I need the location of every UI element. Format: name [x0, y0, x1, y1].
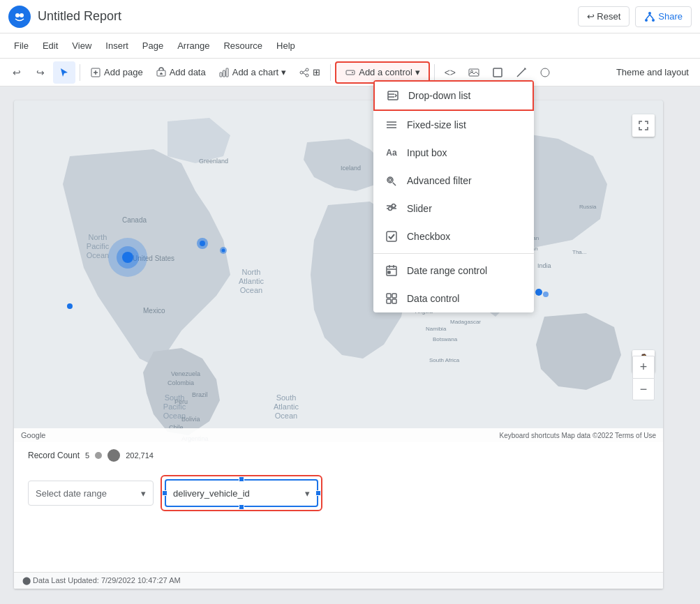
- svg-rect-11: [223, 70, 225, 77]
- svg-text:Atlantic: Atlantic: [239, 277, 265, 285]
- svg-text:Venezuela: Venezuela: [171, 370, 200, 377]
- add-chart-arrow-icon: ▾: [281, 67, 286, 77]
- zoom-out-button[interactable]: −: [632, 378, 655, 400]
- menu-item-slider[interactable]: Slider: [373, 195, 534, 222]
- menu-item-input-box[interactable]: Aa Input box: [373, 139, 534, 167]
- svg-text:Peru: Peru: [174, 398, 188, 405]
- legend-dot-large-icon: [107, 449, 120, 462]
- toolbar: ↩ ↪ Add page Add data Add a chart ▾ ⊞ Ad…: [0, 59, 700, 86]
- dropdown-selected-value: delivery_vehicle_id: [173, 488, 250, 499]
- svg-point-74: [535, 289, 542, 296]
- svg-text:Namibia: Namibia: [426, 326, 447, 332]
- canvas-area: North Pacific Ocean North Atlantic Ocean…: [0, 86, 700, 604]
- svg-rect-94: [388, 271, 390, 273]
- svg-text:India: India: [537, 262, 551, 269]
- menu-item-checkbox[interactable]: Checkbox: [373, 222, 534, 250]
- menu-bar: File Edit View Insert Page Arrange Resou…: [0, 33, 700, 59]
- svg-rect-17: [469, 69, 479, 76]
- toolbar-separator-2: [330, 64, 331, 81]
- svg-text:Brazil: Brazil: [192, 391, 208, 398]
- menu-resource[interactable]: Resource: [218, 38, 268, 54]
- svg-point-88: [392, 204, 396, 208]
- svg-point-84: [389, 179, 392, 181]
- menu-help[interactable]: Help: [271, 38, 301, 54]
- app-logo: [8, 6, 31, 28]
- undo-button[interactable]: ↩: [6, 61, 28, 84]
- add-page-button[interactable]: Add page: [84, 61, 149, 84]
- svg-point-4: [645, 19, 648, 22]
- svg-text:Mexico: Mexico: [143, 307, 165, 315]
- advanced-filter-label: Advanced filter: [407, 175, 472, 186]
- dropdown-control-inner[interactable]: delivery_vehicle_id ▾: [165, 479, 318, 507]
- svg-line-6: [646, 15, 650, 19]
- menu-edit[interactable]: Edit: [37, 38, 64, 54]
- svg-point-2: [20, 13, 24, 17]
- toolbar-separator-3: [434, 64, 435, 81]
- slider-icon: [385, 202, 399, 216]
- theme-layout-button[interactable]: Theme and layout: [611, 67, 694, 77]
- menu-item-dropdown-list[interactable]: Drop-down list: [373, 80, 534, 111]
- svg-rect-89: [387, 232, 396, 241]
- selection-handle-mr: [315, 490, 321, 496]
- checkbox-label: Checkbox: [407, 231, 450, 242]
- fullscreen-icon[interactable]: [632, 114, 655, 137]
- redo-button[interactable]: ↪: [29, 61, 52, 84]
- cursor-button[interactable]: [53, 61, 75, 84]
- menu-file[interactable]: File: [8, 38, 34, 54]
- svg-point-70: [200, 241, 205, 246]
- svg-text:Colombia: Colombia: [167, 379, 194, 386]
- svg-text:Bolivia: Bolivia: [181, 416, 200, 423]
- input-box-label: Input box: [407, 147, 447, 158]
- menu-item-advanced-filter[interactable]: Advanced filter: [373, 167, 534, 195]
- main-canvas: North Pacific Ocean North Atlantic Ocean…: [0, 86, 700, 604]
- menu-item-date-range-control[interactable]: Date range control: [373, 257, 534, 285]
- add-chart-button[interactable]: Add a chart ▾: [213, 61, 292, 84]
- svg-text:Russia: Russia: [579, 204, 597, 210]
- svg-text:Pacific: Pacific: [87, 242, 110, 250]
- menu-view[interactable]: View: [66, 38, 97, 54]
- svg-point-87: [389, 207, 392, 211]
- svg-line-83: [393, 183, 396, 186]
- data-control-icon: [385, 292, 399, 305]
- menu-page[interactable]: Page: [137, 38, 169, 54]
- svg-text:Ocean: Ocean: [87, 251, 109, 259]
- dropdown-list-label: Drop-down list: [408, 90, 470, 101]
- svg-rect-12: [226, 68, 228, 77]
- zoom-in-button[interactable]: +: [632, 356, 655, 378]
- map-fullscreen-button: [632, 114, 655, 137]
- date-range-control-label: Date range control: [407, 265, 487, 276]
- svg-point-82: [387, 177, 393, 183]
- shape-button[interactable]: [534, 61, 556, 84]
- svg-rect-19: [493, 68, 502, 77]
- status-bar: ⬤ Data Last Updated: 7/29/2022 10:47:27 …: [14, 572, 663, 589]
- menu-arrange[interactable]: Arrange: [172, 38, 215, 54]
- svg-rect-16: [346, 70, 355, 75]
- svg-line-7: [650, 15, 653, 19]
- svg-text:Botswana: Botswana: [433, 336, 458, 342]
- world-map-svg: North Pacific Ocean North Atlantic Ocean…: [14, 100, 663, 442]
- fixed-size-list-icon: [385, 118, 399, 132]
- menu-item-fixed-size-list[interactable]: Fixed-size list: [373, 111, 534, 139]
- toolbar-separator-1: [80, 64, 80, 81]
- map-attribution: Keyboard shortcuts Map data ©2022 Terms …: [499, 432, 656, 439]
- slider-label: Slider: [407, 203, 432, 214]
- svg-point-68: [122, 252, 133, 263]
- svg-line-20: [517, 68, 526, 77]
- svg-point-1: [15, 13, 20, 17]
- add-data-button[interactable]: Add data: [150, 61, 211, 84]
- date-range-select[interactable]: Select date range ▾: [28, 481, 154, 506]
- svg-text:Ocean: Ocean: [275, 412, 297, 420]
- selection-handle-tl: [239, 476, 244, 482]
- reset-button[interactable]: ↩ Reset: [578, 6, 630, 27]
- date-range-placeholder: Select date range: [36, 488, 107, 499]
- svg-rect-97: [387, 299, 391, 303]
- svg-point-72: [222, 249, 225, 252]
- menu-item-data-control[interactable]: Data control: [373, 285, 534, 312]
- share-button[interactable]: Share: [635, 6, 692, 27]
- svg-point-5: [652, 19, 655, 22]
- connect-button[interactable]: ⊞: [293, 61, 326, 84]
- menu-insert[interactable]: Insert: [100, 38, 134, 54]
- svg-point-13: [300, 71, 303, 74]
- svg-text:South: South: [276, 393, 297, 402]
- map-container: North Pacific Ocean North Atlantic Ocean…: [14, 100, 663, 442]
